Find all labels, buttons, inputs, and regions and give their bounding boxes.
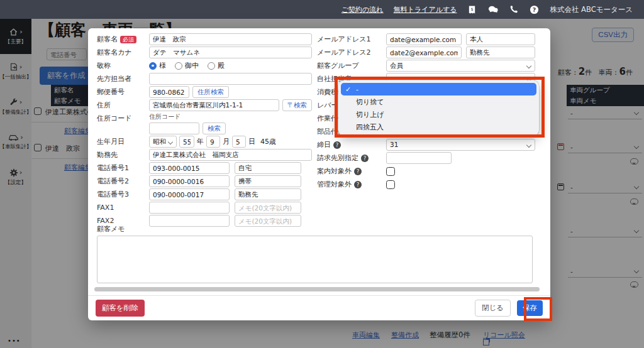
customer-memo-label: 顧客メモ [97, 224, 125, 234]
address-search-button[interactable]: 住所検索 [192, 86, 229, 98]
fax2-input[interactable] [149, 215, 230, 227]
save-button[interactable]: 保存 [517, 300, 543, 316]
closing-day-row: 締日? 31 [317, 139, 541, 151]
radio-label: 殿 [218, 61, 225, 70]
company-name: 株式会社 ABCモータース [550, 5, 633, 14]
workplace-input[interactable] [149, 149, 312, 161]
contract-flow-link[interactable]: ご契約の流れ [341, 5, 384, 14]
chevron-down-icon [526, 63, 531, 68]
address-row: 住所 〒検索 [97, 99, 312, 111]
era-select[interactable]: 昭和 [149, 136, 177, 148]
email1-label: メールアドレス1 [317, 35, 386, 44]
help-circle-icon[interactable]: ? [333, 141, 341, 149]
dropdown-option-round-down[interactable]: 切り捨て [341, 95, 536, 108]
exclude-guidance-label: 案内対象外 [317, 167, 352, 175]
address-code-input[interactable] [149, 122, 199, 134]
dropdown-option-round-up[interactable]: 切り上げ [341, 108, 536, 121]
customer-name-row: 顧客名必須 [97, 33, 312, 45]
phone3-row: 電話番号3 [97, 188, 312, 200]
radio-label: 御中 [185, 61, 199, 70]
phone1-memo-input[interactable] [235, 162, 301, 174]
age-value: 45歳 [260, 137, 276, 146]
exclude-management-checkbox[interactable] [386, 180, 395, 189]
workplace-label: 勤務先 [97, 150, 149, 160]
fax1-input[interactable] [149, 202, 230, 214]
email2-memo-input[interactable] [466, 46, 535, 58]
billing-dest-input[interactable] [386, 152, 452, 164]
postal-row: 郵便番号 住所検索 [97, 86, 312, 98]
phone-icon[interactable] [508, 4, 519, 15]
phone3-memo-input[interactable] [235, 188, 301, 200]
dropdown-option-half-round[interactable]: 四捨五入 [341, 121, 536, 133]
address-code-row: 住所コード 住所コード 検索 [97, 112, 312, 134]
phone1-label: 電話番号1 [97, 163, 149, 173]
phone2-memo-input[interactable] [235, 175, 301, 187]
exclude-management-row: 管理対象外? [317, 178, 541, 190]
contact-person-input[interactable] [149, 73, 312, 85]
honorific-radio-onchu[interactable] [175, 62, 182, 70]
phone3-label: 電話番号3 [97, 190, 149, 199]
customer-memo-textarea[interactable] [97, 236, 533, 283]
phone1-row: 電話番号1 [97, 162, 312, 174]
closing-day-select[interactable]: 31 [386, 139, 535, 151]
exclude-management-label: 管理対象外 [317, 180, 352, 188]
customer-kana-row: 顧客名カナ [97, 46, 312, 58]
address-input[interactable] [149, 99, 279, 111]
dropdown-option-none[interactable]: ✓- [341, 83, 536, 95]
chat-icon[interactable] [487, 4, 498, 15]
honorific-radio-dono[interactable] [208, 62, 215, 70]
birthdate-label: 生年月日 [97, 137, 149, 146]
customer-group-row: 顧客グループ 会員 [317, 60, 541, 72]
customer-name-input[interactable] [149, 33, 312, 45]
code-search-button[interactable]: 検索 [203, 122, 226, 134]
day-unit: 日 [248, 137, 255, 146]
horizontal-scrollbar[interactable] [94, 287, 540, 291]
email1-input[interactable] [386, 33, 462, 45]
exclude-guidance-row: 案内対象外? [317, 165, 541, 177]
customer-group-label: 顧客グループ [317, 61, 386, 70]
contact-person-label: 先方担当者 [97, 74, 149, 84]
fax1-memo-input[interactable] [235, 202, 301, 214]
help-circle-icon[interactable]: ? [354, 168, 362, 175]
delete-customer-button[interactable]: 顧客を削除 [96, 300, 145, 317]
birth-day-input[interactable] [232, 136, 246, 148]
address-code-label: 住所コード [97, 112, 149, 123]
phone2-row: 電話番号2 [97, 175, 312, 187]
receipt-icon[interactable]: $ [467, 4, 477, 15]
phone3-input[interactable] [149, 188, 230, 200]
birthdate-row: 生年月日 昭和 年 月 日 45歳 [97, 136, 312, 148]
help-icon[interactable]: ? [529, 4, 540, 15]
fax2-memo-input[interactable] [235, 215, 301, 227]
phone2-input[interactable] [149, 175, 230, 187]
email1-memo-input[interactable] [466, 33, 535, 45]
honorific-row: 敬称 様 御中 殿 [97, 60, 312, 72]
free-trial-link[interactable]: 無料トライアルする [394, 5, 457, 14]
chevron-down-icon [526, 143, 531, 148]
customer-name-label: 顧客名 [97, 35, 118, 43]
billing-dest-row: 請求先別指定? [317, 152, 541, 164]
closing-day-label: 締日 [317, 141, 331, 149]
phone1-input[interactable] [149, 162, 230, 174]
email2-input[interactable] [386, 46, 462, 58]
help-circle-icon[interactable]: ? [361, 155, 369, 162]
customer-edit-modal: 顧客名必須 顧客名カナ 敬称 様 御中 殿 先方担当者 郵便番号 住所検索 住所… [88, 28, 550, 320]
postal-input[interactable] [149, 86, 189, 98]
billing-dest-label: 請求先別指定 [317, 154, 358, 162]
check-icon: ✓ [345, 85, 351, 94]
birth-year-input[interactable] [179, 136, 194, 148]
honorific-radio-sama[interactable] [149, 62, 157, 70]
customer-kana-label: 顧客名カナ [97, 48, 149, 57]
help-circle-icon[interactable]: ? [354, 181, 362, 188]
honorific-label: 敬称 [97, 61, 149, 70]
workplace-row: 勤務先 [97, 149, 312, 161]
year-unit: 年 [197, 137, 204, 146]
birth-month-input[interactable] [206, 136, 220, 148]
close-button[interactable]: 閉じる [475, 300, 511, 317]
exclude-guidance-checkbox[interactable] [386, 167, 395, 176]
fax1-label: FAX1 [97, 204, 149, 212]
postal-search-button[interactable]: 〒検索 [282, 99, 313, 111]
customer-group-select[interactable]: 会員 [386, 60, 535, 72]
postal-label: 郵便番号 [97, 87, 149, 97]
email2-label: メールアドレス2 [317, 48, 386, 57]
customer-kana-input[interactable] [149, 46, 312, 58]
